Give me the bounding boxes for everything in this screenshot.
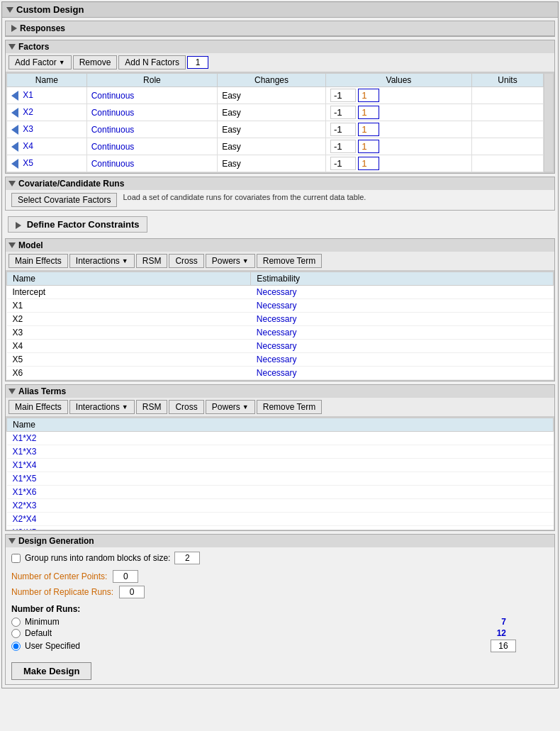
model-section: Model Main Effects Interactions ▼ RSM Cr… bbox=[5, 238, 555, 381]
add-n-factors-button[interactable]: Add N Factors bbox=[118, 55, 186, 69]
model-estimability-cell: Necessary bbox=[251, 326, 554, 340]
alias-interactions-button[interactable]: Interactions ▼ bbox=[69, 400, 135, 414]
alias-rsm-button[interactable]: RSM bbox=[136, 400, 168, 414]
col-role: Role bbox=[86, 74, 217, 87]
factor-name-cell: X1 bbox=[7, 87, 87, 104]
factor-units-cell bbox=[472, 138, 544, 155]
collapse-model-icon[interactable] bbox=[9, 242, 16, 248]
factors-label: Factors bbox=[18, 42, 49, 52]
model-estimability-cell: Necessary bbox=[251, 353, 554, 367]
factor-icon bbox=[11, 125, 18, 135]
factor-val1-input[interactable] bbox=[330, 123, 356, 136]
group-runs-checkbox[interactable] bbox=[11, 554, 21, 563]
model-rsm-button[interactable]: RSM bbox=[136, 254, 168, 268]
factor-val2-input[interactable] bbox=[358, 106, 379, 119]
minimum-value: 7 bbox=[501, 617, 549, 627]
table-row: X3 Necessary bbox=[7, 326, 554, 340]
model-remove-term-button[interactable]: Remove Term bbox=[257, 254, 322, 268]
user-specified-radio[interactable] bbox=[11, 642, 21, 651]
factors-scrollbar[interactable] bbox=[544, 73, 554, 172]
n-factors-input[interactable] bbox=[187, 56, 208, 69]
model-estimability-cell: Necessary bbox=[251, 367, 554, 380]
alias-list[interactable]: Name X1*X2X1*X3X1*X4X1*X5X1*X6X2*X3X2*X4… bbox=[6, 417, 554, 530]
factor-val2-input[interactable] bbox=[358, 123, 379, 136]
factor-icon bbox=[11, 108, 18, 118]
model-interactions-button[interactable]: Interactions ▼ bbox=[69, 254, 135, 268]
alias-header: Alias Terms bbox=[6, 385, 554, 398]
model-main-effects-button[interactable]: Main Effects bbox=[9, 254, 68, 268]
factor-val1-input[interactable] bbox=[330, 157, 356, 170]
factors-table: Name Role Changes Values Units X1 Contin… bbox=[6, 73, 544, 172]
alias-toolbar: Main Effects Interactions ▼ RSM Cross Po… bbox=[6, 398, 554, 417]
user-specified-input[interactable] bbox=[491, 640, 516, 652]
alias-powers-button[interactable]: Powers ▼ bbox=[206, 400, 255, 414]
minimum-row: Minimum 7 bbox=[11, 617, 549, 627]
list-item: X2*X3 bbox=[7, 499, 554, 513]
col-units: Units bbox=[472, 74, 544, 87]
interactions-arrow: ▼ bbox=[122, 257, 128, 264]
factor-name-cell: X4 bbox=[7, 138, 87, 155]
factor-changes-cell: Easy bbox=[218, 104, 326, 121]
col-name: Name bbox=[7, 74, 87, 87]
center-points-input[interactable] bbox=[113, 570, 138, 583]
factor-val2-input[interactable] bbox=[358, 157, 379, 170]
make-design-button[interactable]: Make Design bbox=[11, 662, 91, 680]
factor-val2-input[interactable] bbox=[358, 89, 379, 102]
model-cross-button[interactable]: Cross bbox=[169, 254, 203, 268]
factor-role-cell: Continuous bbox=[86, 121, 217, 138]
factor-role-cell: Continuous bbox=[86, 155, 217, 172]
expand-responses-icon[interactable] bbox=[11, 25, 17, 32]
add-factor-button[interactable]: Add Factor ▼ bbox=[9, 55, 72, 69]
factor-val2-input[interactable] bbox=[358, 140, 379, 153]
alias-interactions-arrow: ▼ bbox=[122, 403, 128, 411]
minimum-radio[interactable] bbox=[11, 618, 21, 627]
list-item: X1*X6 bbox=[7, 486, 554, 499]
alias-name-cell: X1*X2 bbox=[7, 432, 554, 445]
factor-val1-input[interactable] bbox=[330, 89, 356, 102]
remove-button[interactable]: Remove bbox=[73, 55, 118, 69]
col-values: Values bbox=[325, 74, 471, 87]
default-radio[interactable] bbox=[11, 629, 21, 638]
constraints-button[interactable]: Define Factor Constraints bbox=[8, 216, 147, 233]
model-name-cell: X1 bbox=[7, 299, 251, 313]
replicate-runs-label: Number of Replicate Runs: bbox=[11, 587, 113, 597]
block-size-input[interactable] bbox=[174, 552, 200, 564]
collapse-covariate-icon[interactable] bbox=[9, 181, 16, 186]
model-col-estimability: Estimability bbox=[251, 272, 554, 286]
model-table: Name Estimability Intercept Necessary X1… bbox=[6, 272, 554, 380]
table-row: X5 Continuous Easy bbox=[7, 155, 544, 172]
model-table-container: Name Estimability Intercept Necessary X1… bbox=[6, 271, 554, 381]
alias-cross-button[interactable]: Cross bbox=[169, 400, 203, 414]
model-header: Model bbox=[6, 239, 554, 252]
alias-section: Alias Terms Main Effects Interactions ▼ … bbox=[5, 384, 555, 531]
collapse-icon[interactable] bbox=[6, 7, 13, 13]
list-item: X2*X5 bbox=[7, 526, 554, 531]
model-col-name: Name bbox=[7, 272, 251, 286]
collapse-factors-icon[interactable] bbox=[9, 44, 16, 50]
factor-val1-input[interactable] bbox=[330, 106, 356, 119]
alias-remove-term-button[interactable]: Remove Term bbox=[257, 400, 322, 414]
factor-changes-cell: Easy bbox=[218, 87, 326, 104]
factor-val1-input[interactable] bbox=[330, 140, 356, 153]
list-item: X1*X3 bbox=[7, 445, 554, 459]
model-powers-button[interactable]: Powers ▼ bbox=[206, 254, 255, 268]
table-row: X1 Necessary bbox=[7, 299, 554, 313]
model-name-cell: X4 bbox=[7, 340, 251, 353]
factor-values-cell bbox=[325, 155, 471, 172]
alias-name-cell: X1*X4 bbox=[7, 459, 554, 472]
responses-label: Responses bbox=[20, 23, 65, 33]
alias-main-effects-button[interactable]: Main Effects bbox=[9, 400, 68, 414]
select-covariate-button[interactable]: Select Covariate Factors bbox=[11, 193, 117, 207]
center-points-row: Number of Center Points: bbox=[11, 570, 549, 583]
factor-values-cell bbox=[325, 104, 471, 121]
collapse-design-icon[interactable] bbox=[9, 538, 16, 544]
center-points-label: Number of Center Points: bbox=[11, 571, 107, 581]
collapse-alias-icon[interactable] bbox=[9, 389, 16, 394]
factor-name-cell: X2 bbox=[7, 104, 87, 121]
table-row: Intercept Necessary bbox=[7, 286, 554, 299]
factor-icon bbox=[11, 142, 18, 152]
model-name-cell: X2 bbox=[7, 313, 251, 326]
responses-section: Responses bbox=[5, 21, 555, 37]
replicate-runs-input[interactable] bbox=[119, 586, 145, 598]
model-name-cell: X3 bbox=[7, 326, 251, 340]
